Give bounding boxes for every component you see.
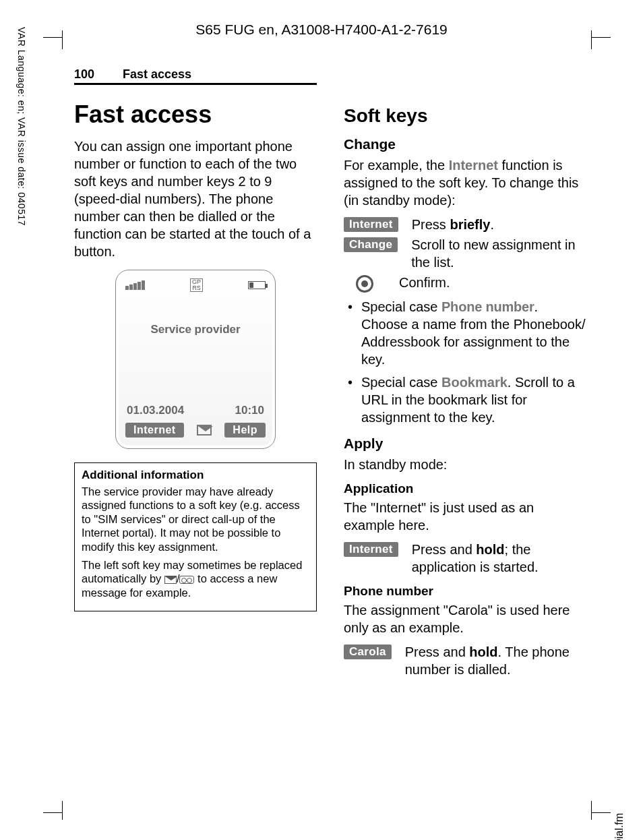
- crop-mark: [62, 801, 63, 820]
- phone-illustration: GP RS Service provider 01.03.2004 10:10 …: [115, 270, 276, 449]
- message-icon: [197, 425, 212, 436]
- bullet-bookmark: Special case Bookmark. Scroll to a URL i…: [344, 373, 586, 426]
- crop-mark: [62, 30, 63, 49]
- softkey-left: Internet: [125, 423, 184, 438]
- crop-mark: [592, 812, 611, 813]
- bullet-phone-number: Special case Phone number. Choose a name…: [344, 298, 586, 368]
- key-internet: Internet: [344, 217, 398, 232]
- left-margin-note: VAR Language: en; VAR issue date: 040517: [16, 27, 27, 226]
- heading-change: Change: [344, 136, 586, 152]
- key-internet-apply: Internet: [344, 542, 398, 557]
- envelope-icon: [164, 576, 177, 584]
- crop-mark: [592, 37, 611, 38]
- infobox-p1: The service provider may have already as…: [82, 485, 309, 554]
- right-margin-note: Siemens AG 2003, L:\Mobil\R65\S65_Penelo…: [613, 813, 625, 840]
- heading-apply: Apply: [344, 436, 586, 452]
- apply-intro: In standby mode:: [344, 456, 586, 473]
- softkey-right: Help: [224, 423, 266, 438]
- gprs-icon: GP RS: [190, 278, 203, 292]
- key-change: Change: [344, 237, 398, 252]
- crop-mark: [591, 30, 592, 49]
- nav-key-desc: Confirm.: [399, 274, 586, 291]
- key-carola: Carola: [344, 644, 392, 659]
- battery-icon: [248, 281, 266, 289]
- infobox-title: Additional information: [82, 469, 309, 482]
- signal-icon: [125, 280, 145, 290]
- right-column: Soft keys Change For example, the Intern…: [344, 101, 586, 681]
- service-provider-label: Service provider: [119, 323, 272, 336]
- phone-date: 01.03.2004: [127, 404, 184, 417]
- crop-mark: [43, 37, 62, 38]
- crop-mark: [591, 801, 592, 820]
- infobox-p2: The left soft key may sometimes be repla…: [82, 558, 309, 600]
- key-change-desc: Scroll to new assignment in the list.: [411, 236, 586, 271]
- section-title: Fast access: [123, 67, 191, 82]
- phone-time: 10:10: [235, 404, 264, 417]
- key-carola-desc: Press and hold. The phone number is dial…: [405, 643, 586, 678]
- crop-mark: [43, 812, 62, 813]
- document-header: S65 FUG en, A31008-H7400-A1-2-7619: [0, 22, 643, 38]
- intro-paragraph: You can assign one important phone numbe…: [74, 138, 317, 260]
- heading-application: Application: [344, 481, 586, 496]
- phone-number-p: The assignment "Carola" is used here onl…: [344, 601, 586, 636]
- heading-fast-access: Fast access: [74, 101, 317, 128]
- left-column: Fast access You can assign one important…: [74, 101, 317, 681]
- key-internet-apply-desc: Press and hold; the application is start…: [412, 541, 586, 576]
- page-number: 100: [74, 67, 94, 82]
- running-header: 100 Fast access: [74, 67, 317, 85]
- nav-key-icon: [356, 275, 373, 293]
- heading-phone-number: Phone number: [344, 584, 586, 599]
- application-p: The "Internet" is just used as an exampl…: [344, 499, 586, 534]
- heading-soft-keys: Soft keys: [344, 105, 586, 127]
- key-internet-desc: Press briefly.: [412, 216, 586, 233]
- additional-info-box: Additional information The service provi…: [74, 462, 317, 611]
- voicemail-icon: [179, 576, 194, 584]
- change-intro: For example, the Internet function is as…: [344, 156, 586, 209]
